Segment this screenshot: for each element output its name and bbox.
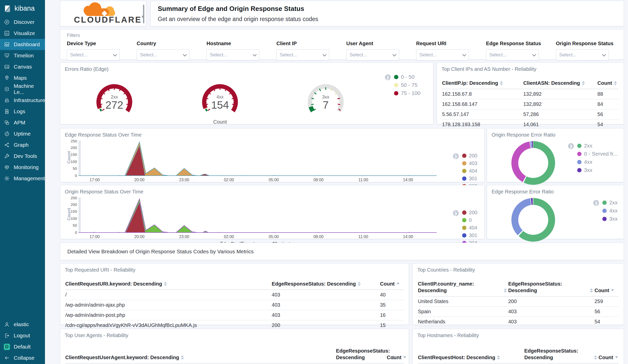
- sort-icon[interactable]: [614, 81, 617, 85]
- legend-item[interactable]: 0: [462, 217, 477, 223]
- legend-item[interactable]: 3xx: [602, 216, 618, 222]
- legend-item[interactable]: 404: [462, 225, 477, 231]
- column-header[interactable]: Count: [598, 78, 619, 89]
- column-header[interactable]: EdgeResponseStatus: Descending: [336, 346, 387, 363]
- wrench-icon: [4, 153, 10, 159]
- table-row[interactable]: /wp-admin/admin-post.php40316: [65, 310, 404, 320]
- sort-desc-icon[interactable]: [397, 283, 400, 286]
- sidebar-item-infrastructure[interactable]: Infrastructure: [0, 95, 45, 106]
- legend-item[interactable]: ❯ 200: [462, 210, 477, 216]
- sidebar-item-monitoring[interactable]: Monitoring: [0, 162, 45, 173]
- table-row[interactable]: United States200259: [418, 296, 619, 307]
- legend-item[interactable]: ❯ 2xx: [577, 143, 618, 149]
- legend-item[interactable]: 403: [462, 160, 477, 166]
- legend-expand-icon[interactable]: ❯: [568, 143, 574, 149]
- sidebar-item-management[interactable]: Management: [0, 173, 45, 184]
- table-row[interactable]: 162.158.67.8132,89288: [442, 89, 619, 99]
- table-row[interactable]: Netherlands40354: [418, 317, 619, 327]
- user-agent-select[interactable]: Select...: [346, 49, 399, 60]
- column-header[interactable]: EdgeResponseStatus: Descending: [272, 279, 380, 290]
- kibana-logo[interactable]: kibana: [0, 0, 45, 16]
- device-type-select[interactable]: Select...: [67, 49, 120, 60]
- sort-icon[interactable]: [164, 282, 167, 286]
- column-header[interactable]: EdgeResponseStatus: Descending: [508, 279, 595, 296]
- column-header[interactable]: Count: [599, 353, 619, 363]
- column-header[interactable]: ClientRequestURI.keyword: Descending: [65, 279, 272, 290]
- column-header[interactable]: Count: [380, 279, 404, 290]
- sort-icon[interactable]: [497, 355, 500, 360]
- legend-expand-icon[interactable]: ❯: [453, 153, 459, 159]
- table-row[interactable]: Spain40356: [418, 307, 619, 317]
- legend-item[interactable]: 4xx: [577, 159, 618, 165]
- area-chart-plot[interactable]: 17:00 20:00 23:00 02:00 05:00 08:00 11:0…: [78, 140, 437, 177]
- area-chart-plot[interactable]: 17:00 20:00 23:00 02:00 05:00 08:00 11:0…: [78, 197, 437, 234]
- column-header[interactable]: Count: [594, 286, 619, 296]
- gauge-value: 7: [323, 99, 328, 111]
- origin-response-status-select[interactable]: Select...: [556, 49, 609, 60]
- column-header[interactable]: ClientRequestHost: Descending: [418, 353, 524, 363]
- document-lines-icon: [4, 109, 10, 114]
- sort-icon[interactable]: [594, 355, 597, 360]
- legend-item[interactable]: 50 - 75: [394, 82, 420, 88]
- sort-desc-icon[interactable]: [403, 356, 406, 360]
- legend-item[interactable]: 301: [462, 233, 477, 238]
- sort-icon[interactable]: [358, 282, 361, 286]
- sort-desc-icon[interactable]: [611, 289, 614, 293]
- sidebar-item-collapse[interactable]: Collapse: [0, 352, 45, 363]
- sidebar-item-user[interactable]: elastic: [0, 319, 45, 330]
- table-row[interactable]: 162.158.68.147132,89284: [442, 99, 619, 109]
- sort-icon[interactable]: [181, 355, 184, 360]
- edge-response-status-select[interactable]: Select...: [486, 49, 539, 60]
- client-ip-select[interactable]: Select...: [276, 49, 329, 60]
- legend-item[interactable]: 301: [462, 176, 477, 181]
- sidebar-item-dashboard[interactable]: Dashboard: [0, 39, 45, 50]
- legend-item[interactable]: 3xx: [577, 167, 618, 173]
- column-header[interactable]: Count: [387, 353, 404, 363]
- sidebar-item-timelion[interactable]: Timelion: [0, 50, 45, 61]
- edge-ratio-donut[interactable]: [511, 198, 555, 242]
- sidebar-item-logs[interactable]: Logs: [0, 106, 45, 117]
- legend-item[interactable]: ❯ 0 - 50: [394, 74, 420, 80]
- table-row[interactable]: /wp-admin/admin-ajax.php40335: [65, 300, 404, 310]
- table-row[interactable]: /40340: [65, 290, 404, 300]
- sidebar-item-uptime[interactable]: Uptime: [0, 128, 45, 139]
- column-header[interactable]: ClientRequestUserAgent.keyword: Descendi…: [65, 353, 336, 363]
- legend-item[interactable]: ❯ 2xx: [602, 200, 618, 206]
- country-select[interactable]: Select...: [137, 49, 190, 60]
- legend-expand-icon[interactable]: ❯: [453, 210, 459, 216]
- request-uri-select[interactable]: Select...: [416, 49, 469, 60]
- sidebar-item-logout[interactable]: Logout: [0, 330, 45, 341]
- table-row[interactable]: 5.56.57.14757,28656: [442, 109, 619, 120]
- hostname-select[interactable]: Select...: [207, 49, 259, 60]
- sidebar-item-graph[interactable]: Graph: [0, 139, 45, 151]
- origin-ratio-donut[interactable]: [511, 141, 555, 185]
- sidebar-item-canvas[interactable]: Canvas: [0, 61, 45, 72]
- legend-item[interactable]: 0 - Served fr...: [577, 151, 618, 157]
- column-header[interactable]: ClientIP.country_name: Descending: [418, 279, 508, 296]
- sidebar-item-discover[interactable]: Discover: [0, 16, 45, 28]
- sort-icon[interactable]: [590, 288, 593, 293]
- sidebar-user-label: elastic: [14, 321, 29, 327]
- sidebar-item-apm[interactable]: APM: [0, 117, 45, 128]
- column-header[interactable]: ClientIP.ip: Descending: [442, 78, 523, 89]
- legend-item[interactable]: ❯ 200: [462, 153, 477, 159]
- sidebar-item-label: APM: [14, 120, 25, 126]
- cloudflare-wordmark: CLOUDFLARE®: [74, 15, 132, 25]
- sidebar-item-default-space[interactable]: D Default: [0, 341, 45, 352]
- sort-icon[interactable]: [582, 81, 585, 85]
- sidebar-item-dev-tools[interactable]: Dev Tools: [0, 151, 45, 162]
- sort-icon[interactable]: [500, 81, 503, 85]
- legend-item[interactable]: 4xx: [602, 208, 618, 214]
- sort-icon[interactable]: [504, 288, 507, 293]
- sort-desc-icon[interactable]: [615, 356, 618, 360]
- sidebar-item-visualize[interactable]: Visualize: [0, 28, 45, 39]
- legend-expand-icon[interactable]: ❯: [385, 74, 391, 80]
- legend-item[interactable]: 75 - 100: [394, 90, 420, 96]
- legend-expand-icon[interactable]: ❯: [593, 200, 599, 206]
- column-header[interactable]: ClientASN: Descending: [523, 78, 598, 89]
- panel-scrollbar[interactable]: [143, 5, 144, 23]
- column-header[interactable]: EdgeResponseStatus: Descending: [524, 346, 599, 363]
- legend-item[interactable]: 404: [462, 168, 477, 174]
- sidebar-item-machine-learning[interactable]: Machine Le...: [0, 84, 45, 95]
- sidebar-item-maps[interactable]: Maps: [0, 72, 45, 84]
